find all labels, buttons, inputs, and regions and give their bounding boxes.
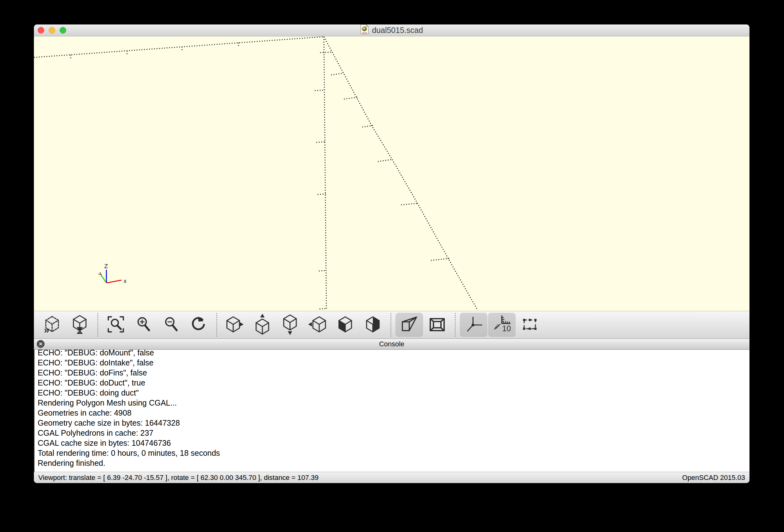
console-line: ECHO: "DEBUG: doFins", false — [38, 367, 750, 378]
show-scale-markers-button[interactable]: 10 — [488, 313, 516, 337]
view-back-icon — [365, 316, 381, 334]
view-left-button[interactable] — [304, 311, 331, 338]
title-bar[interactable]: SCAD dual5015.scad — [34, 25, 750, 36]
console-panel-header[interactable]: ✕ Console — [34, 338, 750, 350]
view-front-icon — [337, 316, 354, 334]
toolbar-separator — [455, 313, 456, 336]
zoom-all-button[interactable] — [102, 311, 130, 338]
console-line: ECHO: "DEBUG: doDuct", true — [38, 378, 750, 388]
console-line: CGAL Polyhedrons in cache: 237 — [38, 428, 750, 438]
app-version-text: OpenSCAD 2015.03 — [682, 474, 745, 482]
x-axis-label: x — [124, 278, 127, 284]
openscad-window: SCAD dual5015.scad — [34, 25, 750, 483]
render-icon — [72, 314, 88, 335]
console-line: CGAL cache size in bytes: 104746736 — [38, 438, 750, 448]
svg-text:10: 10 — [502, 324, 511, 333]
zoom-in-icon — [135, 316, 151, 334]
zoom-in-button[interactable] — [130, 311, 157, 338]
zoom-all-icon — [107, 316, 124, 334]
viewport-canvas[interactable]: Z y x — [34, 36, 750, 311]
viewport-status-text: Viewport: translate = [ 6.39 -24.70 -15.… — [38, 474, 318, 482]
y-axis-label: y — [97, 270, 103, 277]
scale-markers-icon: 10 — [493, 315, 511, 335]
console-output[interactable]: ECHO: "DEBUG: doMount", falseECHO: "DEBU… — [34, 350, 750, 472]
minimize-window-button[interactable] — [49, 27, 55, 34]
view-top-icon — [254, 314, 271, 336]
render-button[interactable] — [66, 311, 93, 338]
model-edges — [34, 37, 478, 310]
axis-indicator: Z y x — [97, 263, 127, 284]
reset-view-icon — [190, 316, 207, 334]
console-lines: ECHO: "DEBUG: doMount", falseECHO: "DEBU… — [38, 350, 750, 468]
console-line: Geometry cache size in bytes: 16447328 — [38, 418, 750, 428]
axes-icon — [465, 316, 482, 334]
console-line: Rendering finished. — [38, 458, 750, 468]
console-line: ECHO: "DEBUG: doIntake", false — [38, 358, 750, 367]
toolbar-separator — [97, 313, 98, 336]
toolbar-separator — [216, 313, 217, 336]
console-close-icon[interactable]: ✕ — [37, 340, 45, 348]
show-edges-button[interactable] — [516, 311, 543, 338]
preview-icon: » — [44, 315, 60, 334]
view-orthogonal-button[interactable] — [423, 311, 451, 338]
zoom-out-icon — [163, 316, 179, 334]
zoom-window-button[interactable] — [60, 27, 66, 34]
toolbar-separator — [390, 313, 391, 336]
window-title: dual5015.scad — [372, 26, 423, 35]
view-bottom-button[interactable] — [276, 311, 304, 338]
svg-text:»: » — [44, 325, 49, 333]
console-panel-title: Console — [379, 340, 404, 348]
view-back-button[interactable] — [359, 311, 387, 338]
view-bottom-icon — [282, 314, 298, 336]
console-line: Geometries in cache: 4908 — [38, 408, 750, 418]
3d-viewport[interactable]: Z y x — [34, 36, 750, 311]
window-controls — [38, 27, 66, 34]
window-title-group: SCAD dual5015.scad — [360, 25, 423, 36]
status-bar: Viewport: translate = [ 6.39 -24.70 -15.… — [34, 472, 750, 483]
console-line: ECHO: "DEBUG: doMount", false — [38, 350, 750, 358]
console-line: Total rendering time: 0 hours, 0 minutes… — [38, 448, 750, 458]
orthogonal-icon — [428, 316, 446, 334]
perspective-icon — [400, 316, 419, 334]
close-window-button[interactable] — [38, 27, 44, 34]
scad-file-icon: SCAD — [360, 25, 369, 36]
view-right-icon — [225, 316, 245, 334]
view-top-button[interactable] — [249, 311, 276, 338]
show-axes-button[interactable] — [460, 313, 487, 337]
view-front-button[interactable] — [331, 311, 359, 338]
preview-button[interactable]: » — [38, 311, 66, 338]
edges-icon — [521, 316, 538, 334]
zoom-out-button[interactable] — [157, 311, 185, 338]
console-line: ECHO: "DEBUG: doing duct" — [38, 388, 750, 398]
z-axis-label: Z — [104, 263, 108, 269]
console-line: Rendering Polygon Mesh using CGAL... — [38, 398, 750, 408]
svg-text:SCAD: SCAD — [362, 32, 367, 34]
reset-view-button[interactable] — [185, 311, 213, 338]
view-perspective-button[interactable] — [395, 313, 423, 337]
view-right-button[interactable] — [221, 311, 249, 338]
view-left-icon — [308, 316, 327, 334]
view-toolbar: »10 — [34, 311, 750, 338]
